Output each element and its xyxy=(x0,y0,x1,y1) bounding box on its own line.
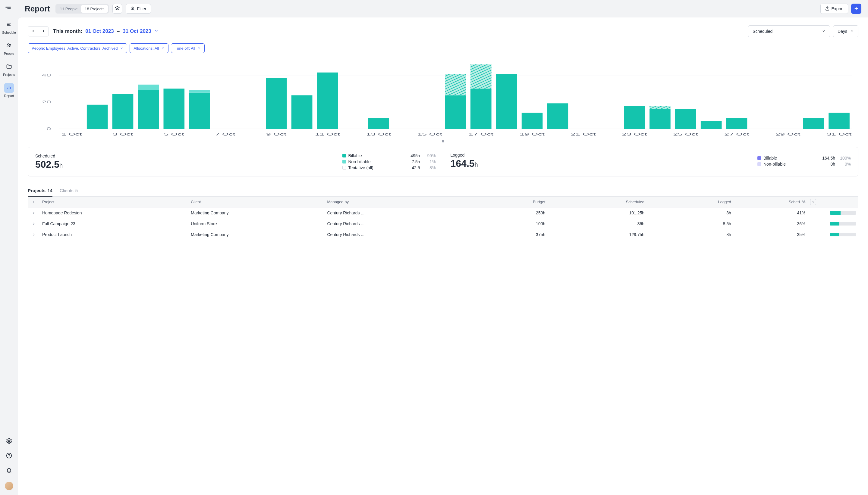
th-managed[interactable]: Managed by xyxy=(325,200,461,204)
chevron-down-icon xyxy=(161,46,165,51)
calendar-lines-icon xyxy=(6,21,12,28)
nav-label: Report xyxy=(4,94,14,98)
export-button[interactable]: Export xyxy=(820,4,848,14)
svg-text:15 Oct: 15 Oct xyxy=(417,132,442,136)
svg-rect-30 xyxy=(189,93,210,129)
summary-label: Logged xyxy=(451,153,478,157)
chevron-down-icon xyxy=(822,29,825,34)
unit-select[interactable]: Days xyxy=(833,25,858,37)
th-scheduled[interactable]: Scheduled xyxy=(547,200,647,204)
svg-text:20: 20 xyxy=(42,100,51,104)
date-end[interactable]: 31 Oct 2023 xyxy=(123,28,151,34)
svg-rect-43 xyxy=(624,106,645,129)
chip-allocations[interactable]: Allocations: All xyxy=(130,44,168,53)
date-prev-button[interactable] xyxy=(28,27,38,36)
legend-value: 7.5h xyxy=(403,159,420,164)
chevron-right-icon xyxy=(41,29,46,34)
date-start[interactable]: 01 Oct 2023 xyxy=(85,28,114,34)
table-row[interactable]: Product Launch Marketing Company Century… xyxy=(28,229,858,240)
svg-rect-40 xyxy=(496,74,517,129)
th-project[interactable]: Project xyxy=(40,200,189,204)
legend-value: 42.5 xyxy=(403,165,420,170)
chevron-down-icon xyxy=(197,46,201,51)
svg-text:11 Oct: 11 Oct xyxy=(315,132,340,136)
legend-swatch xyxy=(342,160,346,164)
filter-button[interactable]: Filter xyxy=(126,4,151,14)
legend-row: Non-billable 7.5h 1% xyxy=(342,159,436,165)
expand-row-icon[interactable] xyxy=(28,222,40,225)
svg-rect-25 xyxy=(87,105,108,129)
table-row[interactable]: Fall Campaign 23 Uniform Store Century R… xyxy=(28,218,858,229)
legend-value: 0h xyxy=(818,162,835,167)
cell-project: Product Launch xyxy=(40,232,189,237)
cell-scheduled: 36h xyxy=(547,221,647,226)
help-icon[interactable] xyxy=(6,452,12,460)
chevron-down-icon[interactable] xyxy=(154,28,159,34)
th-budget[interactable]: Budget xyxy=(461,200,548,204)
date-next-button[interactable] xyxy=(38,27,49,36)
settings-icon[interactable] xyxy=(6,438,12,445)
summary-label: Scheduled xyxy=(35,154,63,158)
nav-report[interactable]: Report xyxy=(4,83,14,98)
tab-projects[interactable]: Projects14 xyxy=(28,185,52,197)
svg-text:40: 40 xyxy=(42,73,51,78)
cell-client: Uniform Store xyxy=(189,221,325,226)
column-options-button[interactable] xyxy=(810,199,816,205)
legend-swatch xyxy=(757,162,761,166)
svg-text:25 Oct: 25 Oct xyxy=(673,132,698,136)
cell-managed: Century Richards ... xyxy=(325,232,461,237)
summary-value: 502.5h xyxy=(35,159,63,170)
pager-dot[interactable] xyxy=(442,140,444,142)
plus-icon xyxy=(853,6,859,12)
chip-timeoff[interactable]: Time off: All xyxy=(171,44,204,53)
svg-rect-29 xyxy=(163,88,184,129)
topbar: Report 11 People 18 Projects Filter Expo… xyxy=(18,0,868,17)
svg-rect-36 xyxy=(445,96,466,129)
cell-logged: 8.5h xyxy=(647,221,734,226)
metric-select[interactable]: Scheduled xyxy=(748,25,830,37)
cell-logged: 8h xyxy=(647,210,734,215)
svg-rect-42 xyxy=(547,103,569,129)
pill-people[interactable]: 11 People xyxy=(56,5,81,13)
pill-projects[interactable]: 18 Projects xyxy=(81,5,108,13)
nav-schedule[interactable]: Schedule xyxy=(2,20,16,34)
svg-rect-38 xyxy=(471,88,492,129)
svg-text:23 Oct: 23 Oct xyxy=(622,132,647,136)
expand-row-icon[interactable] xyxy=(28,233,40,236)
tab-clients[interactable]: Clients5 xyxy=(60,185,78,197)
unit-value: Days xyxy=(838,29,847,34)
expand-row-icon[interactable] xyxy=(28,211,40,215)
cell-project: Fall Campaign 23 xyxy=(40,221,189,226)
table-head: Project Client Managed by Budget Schedul… xyxy=(28,197,858,207)
svg-text:31 Oct: 31 Oct xyxy=(827,132,851,136)
user-avatar[interactable] xyxy=(5,482,13,490)
svg-text:27 Oct: 27 Oct xyxy=(724,132,749,136)
cell-budget: 375h xyxy=(461,232,548,237)
progress-bar xyxy=(830,222,856,225)
cell-client: Marketing Company xyxy=(189,232,325,237)
filter-add-icon xyxy=(130,6,135,12)
table-row[interactable]: Homepage Redesign Marketing Company Cent… xyxy=(28,207,858,218)
nav-people[interactable]: People xyxy=(4,41,14,55)
sidebar: Schedule People Projects Report xyxy=(0,0,18,495)
svg-rect-41 xyxy=(522,113,543,129)
summary-row: Scheduled 502.5h Billable 495h 99% Non-b… xyxy=(28,147,858,176)
svg-rect-44 xyxy=(650,109,671,129)
th-logged[interactable]: Logged xyxy=(647,200,734,204)
legend-row: Billable 495h 99% xyxy=(342,153,436,159)
legend-row: Tentative (all) 42.5 8% xyxy=(342,165,436,171)
svg-text:29 Oct: 29 Oct xyxy=(775,132,800,136)
cell-managed: Century Richards ... xyxy=(325,221,461,226)
th-client[interactable]: Client xyxy=(189,200,325,204)
add-button[interactable] xyxy=(851,4,862,14)
chevron-down-icon xyxy=(120,46,123,51)
cell-project: Homepage Redesign xyxy=(40,210,189,215)
chip-people[interactable]: People: Employees, Active, Contractors, … xyxy=(28,44,127,53)
layers-button[interactable] xyxy=(112,4,122,14)
nav-projects[interactable]: Projects xyxy=(3,62,15,76)
expand-all-icon[interactable] xyxy=(28,200,40,204)
progress-bar xyxy=(830,211,856,215)
bell-icon[interactable] xyxy=(6,467,12,475)
cell-schedpct: 36% xyxy=(734,221,808,226)
th-schedpct[interactable]: Sched. % xyxy=(734,200,808,204)
